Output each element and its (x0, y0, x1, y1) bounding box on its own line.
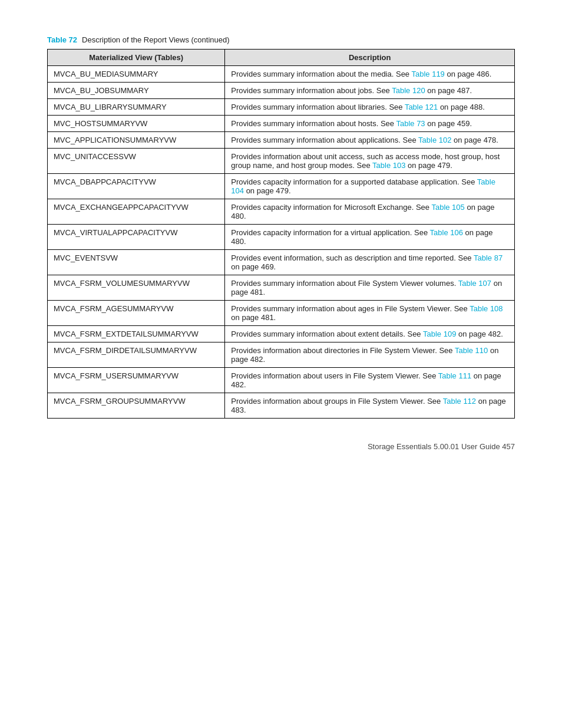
table-row: MVCA_FSRM_GROUPSUMMARYVWProvides informa… (48, 393, 515, 419)
cell-view: MVCA_FSRM_AGESUMMARYVW (48, 301, 225, 326)
table-link[interactable]: Table 102 (418, 136, 451, 144)
cell-description: Provides information about unit access, … (225, 149, 515, 174)
table-row: MVCA_FSRM_AGESUMMARYVWProvides summary i… (48, 301, 515, 326)
table-row: MVC_EVENTSVWProvides event information, … (48, 250, 515, 275)
table-row: MVCA_VIRTUALAPPCAPACITYVWProvides capaci… (48, 225, 515, 250)
cell-view: MVCA_FSRM_EXTDETAILSUMMARYVW (48, 326, 225, 342)
table-link[interactable]: Table 112 (443, 397, 476, 406)
cell-view: MVCA_FSRM_VOLUMESUMMARYVW (48, 275, 225, 301)
cell-view: MVCA_FSRM_GROUPSUMMARYVW (48, 393, 225, 419)
table-row: MVCA_DBAPPCAPACITYVWProvides capacity in… (48, 174, 515, 199)
cell-view: MVCA_BU_MEDIASUMMARY (48, 66, 225, 83)
table-link[interactable]: Table 121 (405, 103, 438, 111)
table-row: MVCA_FSRM_VOLUMESUMMARYVWProvides summar… (48, 275, 515, 301)
cell-description: Provides capacity information for Micros… (225, 199, 515, 225)
cell-view: MVCA_BU_LIBRARYSUMMARY (48, 99, 225, 116)
cell-description: Provides summary information about libra… (225, 99, 515, 116)
cell-description: Provides summary information about the m… (225, 66, 515, 83)
cell-description: Provides summary information about jobs.… (225, 83, 515, 99)
cell-description: Provides summary information about File … (225, 275, 515, 301)
cell-view: MVCA_VIRTUALAPPCAPACITYVW (48, 225, 225, 250)
table-link[interactable]: Table 110 (455, 346, 488, 355)
table-row: MVC_APPLICATIONSUMMARYVWProvides summary… (48, 132, 515, 149)
table-row: MVCA_FSRM_USERSUMMARYVWProvides informat… (48, 368, 515, 393)
table-link[interactable]: Table 120 (392, 86, 425, 95)
table-row: MVCA_FSRM_EXTDETAILSUMMARYVWProvides sum… (48, 326, 515, 342)
cell-description: Provides information about users in File… (225, 368, 515, 393)
table-link[interactable]: Table 107 (458, 279, 491, 288)
table-row: MVCA_BU_MEDIASUMMARYProvides summary inf… (48, 66, 515, 83)
table-link[interactable]: Table 105 (431, 203, 464, 212)
cell-view: MVCA_FSRM_DIRDETAILSUMMARYVW (48, 342, 225, 368)
cell-view: MVCA_FSRM_USERSUMMARYVW (48, 368, 225, 393)
cell-view: MVCA_EXCHANGEAPPCAPACITYVW (48, 199, 225, 225)
header-view: Materialized View (Tables) (48, 50, 225, 66)
cell-view: MVC_EVENTSVW (48, 250, 225, 275)
cell-description: Provides information about directories i… (225, 342, 515, 368)
cell-description: Provides summary information about exten… (225, 326, 515, 342)
cell-description: Provides event information, such as desc… (225, 250, 515, 275)
footer-text: Storage Essentials 5.00.01 User Guide 45… (368, 442, 515, 451)
main-table: Materialized View (Tables) Description M… (47, 49, 515, 419)
cell-view: MVC_APPLICATIONSUMMARYVW (48, 132, 225, 149)
table-row: MVCA_FSRM_DIRDETAILSUMMARYVWProvides inf… (48, 342, 515, 368)
cell-description: Provides capacity information for a supp… (225, 174, 515, 199)
table-caption: Table 72 Description of the Report Views… (47, 35, 515, 44)
table-link[interactable]: Table 73 (396, 119, 425, 128)
table-link[interactable]: Table 106 (430, 228, 463, 237)
table-caption-text: Description of the Report Views (continu… (82, 35, 230, 44)
table-row: MVC_HOSTSUMMARYVWProvides summary inform… (48, 116, 515, 132)
table-header-row: Materialized View (Tables) Description (48, 50, 515, 66)
table-link[interactable]: Table 111 (438, 371, 471, 380)
footer: Storage Essentials 5.00.01 User Guide 45… (47, 442, 515, 451)
table-row: MVCA_EXCHANGEAPPCAPACITYVWProvides capac… (48, 199, 515, 225)
table-caption-label: Table 72 (47, 35, 77, 44)
table-link[interactable]: Table 87 (474, 253, 503, 262)
cell-view: MVC_UNITACCESSVW (48, 149, 225, 174)
cell-description: Provides information about groups in Fil… (225, 393, 515, 419)
cell-view: MVCA_BU_JOBSUMMARY (48, 83, 225, 99)
table-row: MVCA_BU_LIBRARYSUMMARYProvides summary i… (48, 99, 515, 116)
table-row: MVC_UNITACCESSVWProvides information abo… (48, 149, 515, 174)
cell-view: MVC_HOSTSUMMARYVW (48, 116, 225, 132)
table-row: MVCA_BU_JOBSUMMARYProvides summary infor… (48, 83, 515, 99)
cell-view: MVCA_DBAPPCAPACITYVW (48, 174, 225, 199)
cell-description: Provides capacity information for a virt… (225, 225, 515, 250)
table-link[interactable]: Table 108 (470, 304, 503, 313)
cell-description: Provides summary information about hosts… (225, 116, 515, 132)
cell-description: Provides summary information about ages … (225, 301, 515, 326)
header-description: Description (225, 50, 515, 66)
cell-description: Provides summary information about appli… (225, 132, 515, 149)
table-link[interactable]: Table 119 (411, 70, 444, 78)
table-link[interactable]: Table 103 (372, 161, 405, 170)
table-link[interactable]: Table 109 (423, 330, 456, 338)
